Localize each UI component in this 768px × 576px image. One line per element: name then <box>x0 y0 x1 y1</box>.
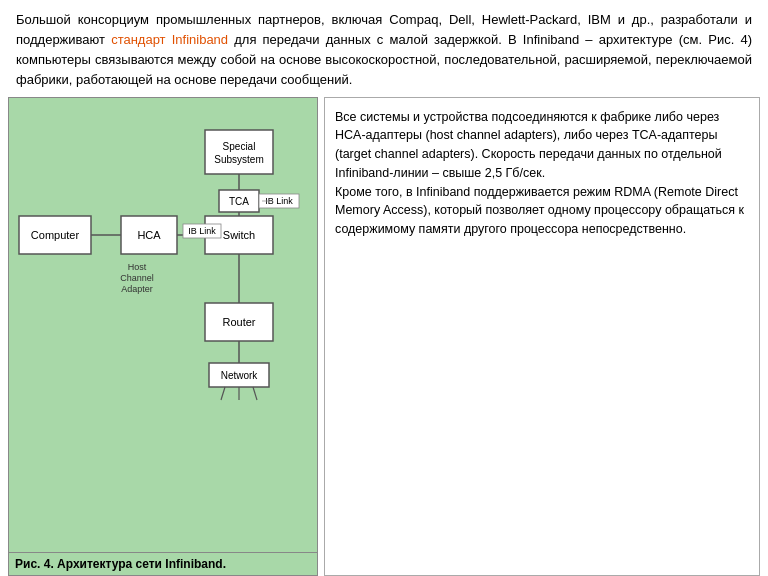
diagram-svg: Computer HCA Host Channel Adapter Switch… <box>9 98 317 408</box>
svg-text:Adapter: Adapter <box>121 284 153 294</box>
info-box: Все системы и устройства подсоединяются … <box>324 97 760 576</box>
svg-text:Special: Special <box>223 141 256 152</box>
svg-text:Subsystem: Subsystem <box>214 154 263 165</box>
caption-bold: Рис. 4. <box>15 557 54 571</box>
svg-text:TCA: TCA <box>229 196 249 207</box>
svg-text:Host: Host <box>128 262 147 272</box>
intro-paragraph: Большой консорциум промышленных партнеро… <box>0 0 768 97</box>
diagram-caption: Рис. 4. Архитектура сети Infiniband. <box>9 552 317 575</box>
highlight-text: стандарт Infiniband <box>111 32 228 47</box>
svg-text:Switch: Switch <box>223 229 255 241</box>
svg-text:Router: Router <box>222 316 255 328</box>
page: Большой консорциум промышленных партнеро… <box>0 0 768 576</box>
svg-text:Network: Network <box>221 370 259 381</box>
diagram-area: Computer HCA Host Channel Adapter Switch… <box>8 97 318 576</box>
svg-text:Channel: Channel <box>120 273 154 283</box>
svg-line-31 <box>253 387 257 400</box>
svg-text:HCA: HCA <box>137 229 161 241</box>
svg-rect-9 <box>205 130 273 174</box>
svg-text:Computer: Computer <box>31 229 80 241</box>
svg-line-29 <box>221 387 225 400</box>
caption-text: Архитектура сети Infiniband. <box>54 557 226 571</box>
svg-text:IB Link: IB Link <box>188 226 216 236</box>
info-text: Все системы и устройства подсоединяются … <box>335 110 744 237</box>
main-area: Computer HCA Host Channel Adapter Switch… <box>0 97 768 576</box>
